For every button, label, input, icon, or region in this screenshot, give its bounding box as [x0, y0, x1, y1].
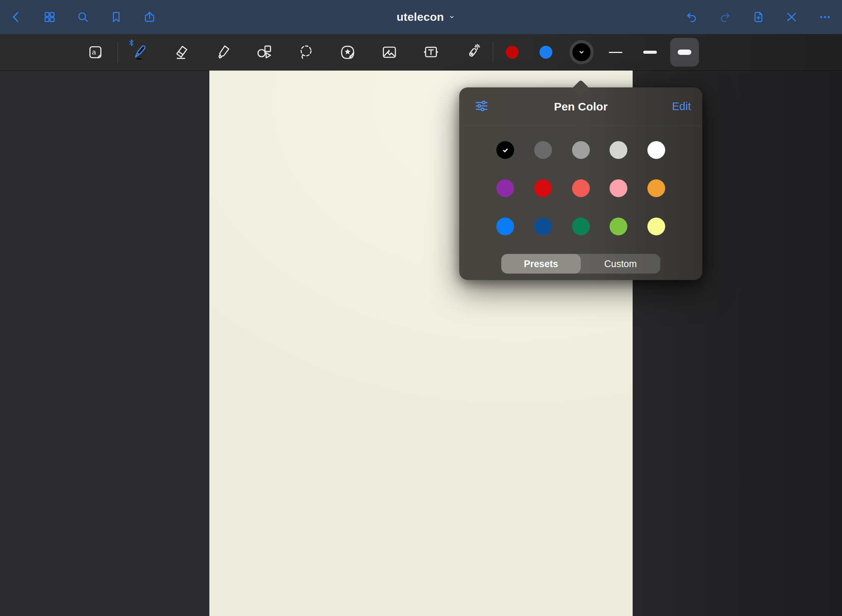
text-box-icon [422, 44, 440, 61]
color-swatch-dark-gray[interactable] [534, 141, 552, 159]
share-button[interactable] [141, 9, 158, 25]
quick-color-black [572, 43, 591, 61]
eraser-icon [172, 44, 190, 61]
color-swatch-yellow[interactable] [647, 218, 665, 235]
read-only-toggle-button[interactable] [783, 9, 800, 25]
top-navigation-bar: utelecon [0, 0, 842, 34]
edit-colors-button[interactable]: Edit [672, 100, 691, 113]
checkmark-icon [501, 145, 510, 155]
tab-custom[interactable]: Custom [581, 254, 660, 274]
bluetooth-icon [127, 39, 136, 47]
stroke-thickness-group [594, 38, 699, 67]
color-swatch-purple[interactable] [496, 179, 514, 197]
nav-right-group [683, 9, 842, 25]
palette-row [459, 179, 702, 197]
bookmark-icon [110, 11, 123, 23]
back-button[interactable] [8, 9, 25, 25]
add-page-button[interactable] [750, 9, 767, 25]
nav-left-group [0, 9, 158, 25]
page-title: utelecon [397, 11, 444, 23]
thickness-thick-selected[interactable] [670, 38, 699, 67]
add-page-icon [752, 11, 765, 23]
document-title-menu[interactable]: utelecon [397, 11, 456, 23]
ellipsis-icon [819, 11, 831, 23]
redo-button[interactable] [717, 9, 733, 25]
color-swatch-coral[interactable] [572, 179, 590, 197]
elements-star-icon [339, 44, 356, 61]
toolbar-divider [117, 42, 118, 63]
color-swatch-blue[interactable] [496, 218, 514, 235]
color-swatch-pink[interactable] [610, 179, 627, 197]
highlighter-icon [214, 44, 231, 61]
bookmark-button[interactable] [108, 9, 125, 25]
lasso-tool[interactable] [292, 38, 320, 67]
quick-color-blue[interactable] [540, 46, 552, 59]
chevron-down-icon [577, 48, 586, 57]
thickness-line [609, 52, 622, 53]
svg-text:a: a [92, 48, 96, 56]
color-swatch-orange[interactable] [647, 179, 665, 197]
highlighter-tool[interactable] [208, 38, 237, 67]
thickness-line [678, 50, 691, 55]
search-button[interactable] [75, 9, 91, 25]
shapes-tool[interactable] [250, 38, 279, 67]
palette-row [459, 218, 702, 235]
popover-title: Pen Color [554, 100, 608, 113]
quick-color-black-selected[interactable] [569, 40, 594, 64]
color-swatch-navy[interactable] [534, 218, 552, 235]
tab-presets[interactable]: Presets [501, 254, 581, 274]
lasso-icon [297, 44, 315, 61]
app-screen: utelecon [0, 0, 842, 616]
zoom-window-icon: a [87, 44, 104, 61]
popover-header: Pen Color Edit [459, 87, 702, 126]
undo-icon [685, 11, 698, 23]
redo-icon [719, 11, 731, 23]
palette-row [459, 141, 702, 159]
documents-grid-button[interactable] [41, 9, 58, 25]
chevron-down-icon [448, 13, 456, 21]
color-swatch-red[interactable] [534, 179, 552, 197]
image-tool[interactable] [375, 38, 404, 67]
shapes-icon [256, 44, 273, 61]
palette-mode-segmented-control: Presets Custom [501, 254, 660, 274]
pen-slash-icon [785, 11, 798, 23]
color-swatch-light-green[interactable] [610, 218, 627, 235]
pen-tool[interactable] [125, 38, 154, 67]
text-tool[interactable] [416, 38, 445, 67]
quick-color-group [493, 40, 594, 64]
more-options-button[interactable] [817, 9, 833, 25]
thickness-medium[interactable] [636, 38, 664, 67]
elements-tool[interactable] [333, 38, 362, 67]
zoom-window-tool[interactable]: a [81, 38, 110, 67]
undo-button[interactable] [683, 9, 700, 25]
share-icon [143, 11, 156, 23]
thickness-thin[interactable] [601, 38, 630, 67]
grid-icon [43, 11, 56, 23]
drawing-toolbar: a [0, 34, 842, 70]
color-swatch-green[interactable] [572, 218, 590, 235]
color-palette-grid [459, 141, 702, 256]
laser-pointer-tool[interactable] [458, 38, 487, 67]
image-icon [380, 44, 398, 61]
search-icon [76, 11, 89, 23]
pen-settings-button[interactable] [474, 99, 489, 114]
color-swatch-white[interactable] [647, 141, 665, 159]
thickness-line [643, 51, 657, 54]
chevron-left-icon [10, 11, 23, 23]
laser-pointer-icon [464, 44, 481, 61]
pen-color-popover: Pen Color Edit Presets Custom [459, 87, 702, 280]
sliders-icon [474, 99, 489, 114]
quick-color-red[interactable] [506, 46, 519, 59]
color-swatch-gray[interactable] [572, 141, 590, 159]
color-swatch-black-selected[interactable] [496, 141, 514, 159]
color-swatch-light-gray[interactable] [610, 141, 627, 159]
eraser-tool[interactable] [167, 38, 195, 67]
